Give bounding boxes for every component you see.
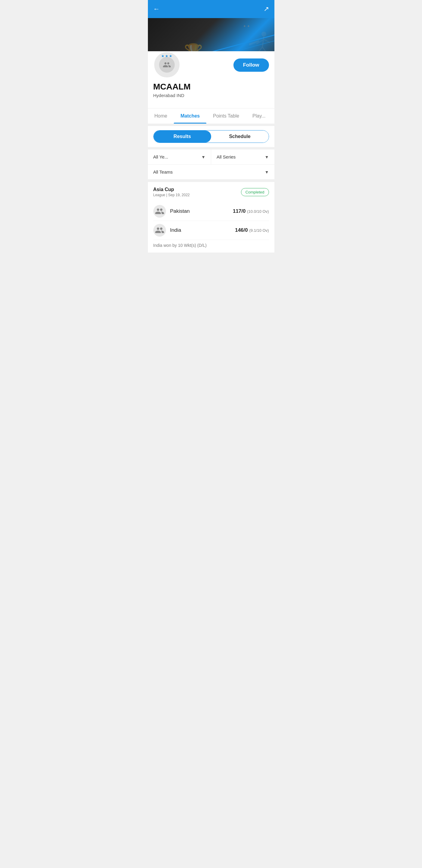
tabs-bar: Home Matches Points Table Play... xyxy=(148,108,274,124)
top-bar: ← ↗ xyxy=(148,0,274,18)
series-date: Sep 19, 2022 xyxy=(168,193,190,197)
match-card[interactable]: Asia Cup League | Sep 19, 2022 Completed… xyxy=(148,182,274,253)
series-date-type: League | Sep 19, 2022 xyxy=(153,193,190,197)
teams-filter[interactable]: All Teams ▼ xyxy=(148,164,274,179)
toggle-container: Results Schedule xyxy=(153,130,269,143)
status-badge: Completed xyxy=(241,188,269,196)
avatar: ★ ★ ★ xyxy=(153,51,181,79)
svg-point-0 xyxy=(261,32,266,36)
team1-score: 117/0 (10.0/10 Ov) xyxy=(233,208,269,214)
filters-section: All Ye... ▼ All Series ▼ All Teams ▼ xyxy=(148,150,274,180)
tab-points-table[interactable]: Points Table xyxy=(206,108,246,124)
team-row-2: India 146/0 (9.1/10 Ov) xyxy=(153,221,269,240)
star-2: ★ xyxy=(165,54,168,58)
avatar-stars: ★ ★ ★ xyxy=(161,54,172,58)
team-name: MCAALM xyxy=(153,82,269,92)
team1-score-overs: (10.0/10 Ov) xyxy=(247,209,269,214)
team-icon xyxy=(163,61,171,69)
year-filter[interactable]: All Ye... ▼ xyxy=(148,150,212,164)
team-row-1: Pakistan 117/0 (10.0/10 Ov) xyxy=(153,202,269,221)
results-schedule-toggle: Results Schedule xyxy=(148,126,274,147)
series-filter[interactable]: All Series ▼ xyxy=(211,150,274,164)
svg-line-5 xyxy=(264,39,270,42)
team2-avatar-icon xyxy=(155,225,164,235)
team2-avatar xyxy=(153,224,166,237)
team1-name: Pakistan xyxy=(170,208,233,214)
team1-score-main: 117/0 xyxy=(233,208,246,214)
tab-home[interactable]: Home xyxy=(148,108,174,124)
tab-players[interactable]: Play... xyxy=(246,108,272,124)
series-name: Asia Cup xyxy=(153,187,190,192)
back-icon[interactable]: ← xyxy=(153,5,160,13)
series-chevron-icon: ▼ xyxy=(265,155,269,159)
share-icon[interactable]: ↗ xyxy=(264,5,269,13)
team2-score: 146/0 (9.1/10 Ov) xyxy=(235,227,269,233)
series-info: Asia Cup League | Sep 19, 2022 xyxy=(153,187,190,197)
match-result: India won by 10 Wkt(s) (D/L) xyxy=(153,243,269,248)
team-location: Hyderabad IND xyxy=(153,93,269,98)
filter-row-1: All Ye... ▼ All Series ▼ xyxy=(148,150,274,164)
profile-section: ★ ★ ★ MCAALM Hyderabad IND Follow xyxy=(148,51,274,108)
series-type: League xyxy=(153,193,165,197)
tab-matches[interactable]: Matches xyxy=(174,108,206,124)
team1-avatar xyxy=(153,205,166,218)
svg-line-1 xyxy=(262,36,264,47)
match-header: Asia Cup League | Sep 19, 2022 Completed xyxy=(153,187,269,197)
filter-row-2: All Teams ▼ xyxy=(148,164,274,180)
teams-chevron-icon: ▼ xyxy=(265,170,269,175)
bottom-space xyxy=(148,253,274,277)
year-chevron-icon: ▼ xyxy=(201,155,205,159)
star-1: ★ xyxy=(161,54,164,58)
banner-stars: ✦ ✦ xyxy=(243,24,250,28)
team2-name: India xyxy=(170,227,235,233)
year-filter-label: All Ye... xyxy=(153,154,168,159)
team1-avatar-icon xyxy=(155,207,164,216)
follow-button[interactable]: Follow xyxy=(233,59,269,72)
series-filter-label: All Series xyxy=(217,154,235,159)
star-3: ★ xyxy=(169,54,172,58)
schedule-button[interactable]: Schedule xyxy=(211,130,269,143)
team2-score-main: 146/0 xyxy=(235,227,248,233)
team2-score-overs: (9.1/10 Ov) xyxy=(249,228,269,233)
teams-filter-label: All Teams xyxy=(153,169,173,175)
avatar-wrapper: ★ ★ ★ xyxy=(153,51,181,79)
results-button[interactable]: Results xyxy=(154,130,211,143)
avatar-icon xyxy=(159,57,175,73)
